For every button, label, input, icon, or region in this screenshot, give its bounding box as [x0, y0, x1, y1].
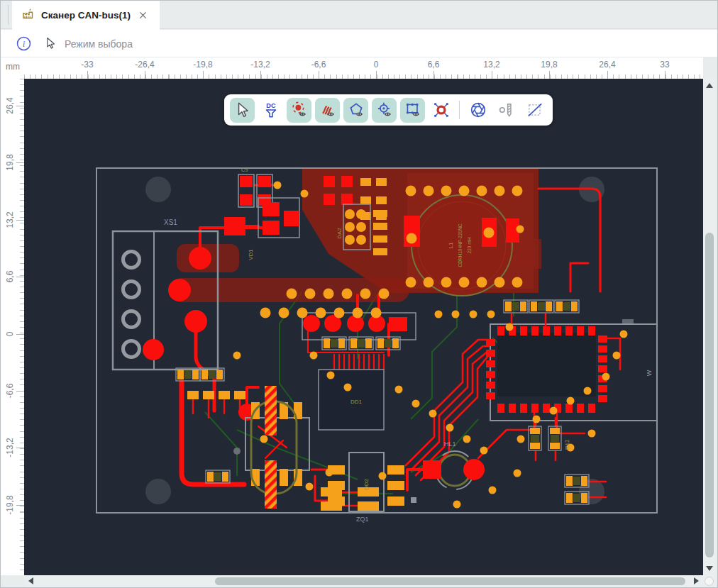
svg-text:DD1: DD1: [350, 399, 363, 405]
pads-visibility-tool[interactable]: [287, 98, 311, 123]
down-arrow-icon[interactable]: [706, 566, 713, 571]
v-ruler-label: 26,4: [5, 91, 15, 120]
select-tool[interactable]: [230, 98, 255, 123]
h-ruler-label: -26,4: [135, 60, 154, 70]
h-ruler-label: -33: [81, 60, 93, 70]
tab-title: Сканер CAN-bus(1): [41, 10, 131, 21]
aperture-tool[interactable]: [465, 98, 490, 123]
mode-label: Режим выбора: [65, 38, 133, 50]
info-icon[interactable]: i: [16, 36, 31, 51]
ruler-unit: mm: [1, 57, 24, 79]
h-ruler-label: -6,6: [311, 60, 326, 70]
h-ruler-label: 0: [374, 60, 379, 70]
floating-toolbar: DC: [224, 94, 553, 126]
svg-text:HL1: HL1: [444, 440, 456, 448]
svg-text:CDRH104NP-220NC: CDRH104NP-220NC: [458, 223, 463, 267]
toolbar-divider: [459, 101, 460, 119]
svg-text:220 mH: 220 mH: [467, 237, 472, 253]
svg-text:R12: R12: [564, 439, 570, 450]
svg-text:W: W: [646, 370, 653, 376]
v-ruler-label: 13,2: [5, 206, 15, 234]
h-ruler-label: -13,2: [250, 60, 270, 70]
pad-frame-tool[interactable]: [429, 98, 453, 123]
up-arrow-icon[interactable]: [706, 83, 713, 88]
svg-text:DD2: DD2: [363, 478, 370, 490]
svg-text:C9: C9: [241, 167, 248, 173]
tab-bar: Сканер CAN-bus(1): [1, 1, 717, 29]
drill-tool[interactable]: [494, 98, 519, 123]
select-cursor-icon: [43, 36, 57, 51]
tab-separator: [8, 5, 9, 25]
horizontal-ruler: -33 -26,4 -19,8 -13,2 -6,6 0 6,6 13,2 19…: [24, 57, 703, 79]
ic-qfn: [486, 326, 607, 413]
h-ruler-label: 33: [660, 60, 669, 70]
vias-visibility-tool[interactable]: [372, 98, 397, 123]
v-ruler-label: -19,8: [5, 491, 15, 519]
svg-text:DC: DC: [266, 102, 276, 109]
v-ruler-label: 6,6: [5, 262, 15, 291]
svg-text:XS1: XS1: [164, 218, 177, 226]
traces-visibility-tool[interactable]: [315, 98, 340, 123]
horizontal-scrollbar[interactable]: [24, 575, 703, 587]
v-ruler-label: -13,2: [5, 433, 15, 462]
horizontal-scrollbar-thumb[interactable]: [215, 577, 685, 585]
h-ruler-label: 19,8: [541, 60, 557, 70]
dc-filter-tool[interactable]: DC: [258, 98, 283, 123]
right-arrow-icon[interactable]: [694, 577, 699, 584]
svg-text:DA2: DA2: [336, 228, 343, 239]
h-ruler-label: 26,4: [599, 60, 615, 70]
polygons-visibility-tool[interactable]: [343, 98, 368, 123]
left-arrow-icon[interactable]: [28, 577, 33, 584]
pcb-canvas[interactable]: L1 CDRH104NP-220NC 220 mH: [24, 79, 703, 575]
resize-knob-icon[interactable]: [705, 577, 714, 586]
svg-text:L1: L1: [448, 242, 454, 248]
regions-visibility-tool[interactable]: [400, 98, 425, 123]
tab-scanner-can-bus[interactable]: Сканер CAN-bus(1): [12, 1, 160, 30]
pcb-drawing: L1 CDRH104NP-220NC 220 mH: [24, 79, 703, 575]
vertical-scrollbar[interactable]: [703, 79, 716, 575]
h-ruler-label: 13,2: [483, 60, 499, 70]
diode-vd1: [258, 198, 299, 238]
dd1-fanout: [334, 354, 384, 370]
h-ruler-label: 6,6: [428, 60, 440, 70]
app-window: Сканер CAN-bus(1) i Режим выбора mm -33 …: [0, 0, 718, 588]
mode-toolbar: i Режим выбора: [1, 30, 717, 57]
svg-text:VD1: VD1: [248, 249, 254, 260]
svg-text:i: i: [23, 40, 25, 48]
svg-text:ZQ1: ZQ1: [356, 516, 369, 523]
vertical-scrollbar-thumb[interactable]: [705, 233, 714, 558]
vertical-ruler: 26,4 19,8 13,2 6,6 0 -6,6 -13,2 -19,8: [1, 79, 24, 575]
factory-project-icon: [21, 7, 35, 23]
led-hl1: [423, 451, 485, 489]
v-ruler-label: 0: [5, 320, 15, 348]
scrollbar-corner: [703, 575, 716, 587]
v-ruler-label: -6,6: [5, 377, 15, 405]
cross-section-tool[interactable]: [522, 98, 547, 123]
h-ruler-label: -19,8: [193, 60, 212, 70]
v-ruler-label: 19,8: [5, 148, 15, 177]
close-icon[interactable]: [137, 9, 150, 22]
